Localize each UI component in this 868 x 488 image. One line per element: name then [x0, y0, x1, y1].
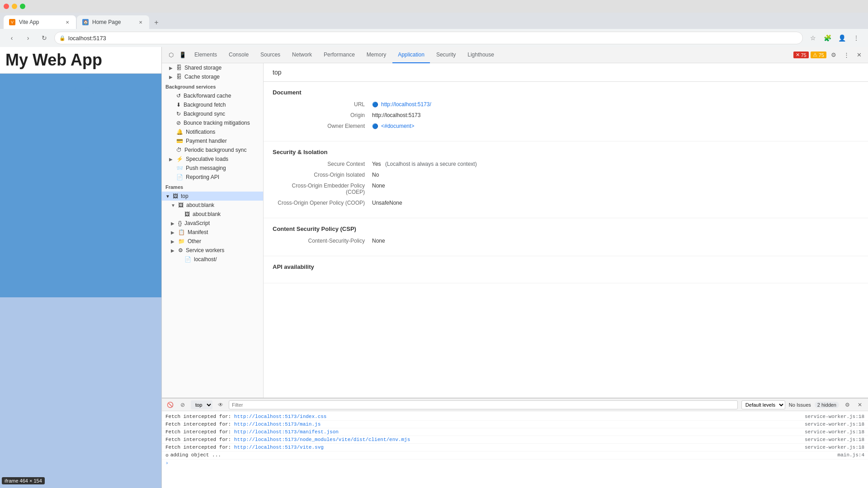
tab-performance[interactable]: Performance: [318, 47, 360, 63]
webpage-body: [0, 106, 161, 297]
tree-label-about-blank-2: about:blank: [193, 211, 221, 217]
devtools-inspect-icon[interactable]: ⬡: [165, 50, 176, 61]
tree-item-about-blank[interactable]: ▼ 🖼 about:blank: [162, 201, 263, 210]
tab-memory[interactable]: Memory: [361, 47, 392, 63]
section-security: Security & Isolation Secure Context Yes …: [264, 141, 868, 218]
error-count-badge: ✕ 75: [793, 52, 809, 58]
tree-label-top: top: [181, 193, 189, 199]
maximize-button[interactable]: [20, 4, 25, 9]
console-clear-btn[interactable]: 🚫: [165, 400, 175, 409]
tree-item-back-forward-cache[interactable]: ↺ Back/forward cache: [162, 91, 263, 100]
tree-item-periodic-bg-sync[interactable]: ⏱ Periodic background sync: [162, 145, 263, 155]
tree-item-top[interactable]: ▼ 🖼 top: [162, 192, 263, 201]
console-msg-0: Fetch intercepted for: http://localhost:…: [165, 414, 799, 419]
console-settings-btn[interactable]: ⚙: [843, 400, 852, 409]
console-source-5: main.js:4: [801, 452, 864, 458]
tree-label-notifications: Notifications: [186, 129, 215, 135]
console-filter-icon-btn[interactable]: ⊘: [178, 400, 187, 409]
tab-elements[interactable]: Elements: [189, 47, 222, 63]
title-bar: [0, 0, 868, 13]
tab-security[interactable]: Security: [431, 47, 461, 63]
bookmark-button[interactable]: ☆: [807, 32, 819, 44]
minimize-button[interactable]: [12, 4, 17, 9]
close-button[interactable]: [4, 4, 9, 9]
menu-button[interactable]: ⋮: [850, 32, 863, 44]
tree-item-localhost[interactable]: 📄 localhost/: [162, 255, 263, 264]
forward-button[interactable]: ›: [22, 32, 34, 44]
console-link-0[interactable]: http://localhost:5173/index.css: [234, 414, 327, 419]
devtools-device-icon[interactable]: 📱: [177, 50, 188, 61]
tree-label-bg-fetch: Background fetch: [184, 102, 226, 108]
bounce-icon: ⊘: [176, 120, 181, 126]
new-tab-button[interactable]: +: [150, 16, 163, 29]
tree-item-manifest[interactable]: ▶ 📋 Manifest: [162, 228, 263, 237]
console-eye-btn[interactable]: 👁: [216, 400, 225, 409]
devtools-more-icon[interactable]: ⋮: [841, 50, 852, 61]
tab-application[interactable]: Application: [392, 47, 430, 63]
console-row-2: Fetch intercepted for: http://localhost:…: [162, 428, 868, 436]
tree-item-javascript[interactable]: ▶ {} JavaScript: [162, 219, 263, 228]
tree-item-bg-fetch[interactable]: ⬇ Background fetch: [162, 100, 263, 109]
tree-item-other[interactable]: ▶ 📁 Other: [162, 237, 263, 246]
tree-item-push-messaging[interactable]: 📨 Push messaging: [162, 164, 263, 173]
tab-console[interactable]: Console: [223, 47, 254, 63]
console-link-2[interactable]: http://localhost:5173/manifest.json: [234, 429, 339, 435]
console-context-select[interactable]: top: [191, 400, 212, 409]
console-link-1[interactable]: http://localhost:5173/main.js: [234, 422, 321, 427]
owner-link[interactable]: <#document>: [381, 123, 414, 129]
bg-sync-icon: ↻: [176, 111, 181, 117]
tree-item-about-blank-2[interactable]: 🖼 about:blank: [162, 210, 263, 219]
tree-item-bounce-tracking[interactable]: ⊘ Bounce tracking mitigations: [162, 118, 263, 127]
url-link[interactable]: http://localhost:5173/: [381, 101, 431, 108]
tab-vite-app[interactable]: V Vite App ✕: [4, 15, 76, 29]
devtools-split: ▶ 🗄 Shared storage ▶ 🗄 Cache storage Bac…: [162, 63, 868, 488]
tree-item-service-workers[interactable]: ▶ ⚙ Service workers: [162, 246, 263, 255]
tab-close-vite[interactable]: ✕: [64, 19, 71, 25]
devtools-close-icon[interactable]: ✕: [854, 50, 864, 61]
property-cross-origin-isolated: Cross-Origin Isolated No: [273, 172, 859, 178]
tab-label-vite: Vite App: [19, 19, 61, 25]
tree-item-speculative-loads[interactable]: ▶ ⚡ Speculative loads: [162, 155, 263, 164]
profile-button[interactable]: 👤: [835, 32, 848, 44]
console-row-0: Fetch intercepted for: http://localhost:…: [162, 413, 868, 421]
address-bar[interactable]: 🔒 localhost:5173: [54, 32, 803, 44]
reload-button[interactable]: ↻: [38, 32, 51, 44]
property-url: URL 🔵 http://localhost:5173/: [273, 101, 859, 108]
warning-count-badge: ⚠ 75: [811, 52, 826, 58]
bg-fetch-icon: ⬇: [176, 102, 181, 108]
tab-lighthouse[interactable]: Lighthouse: [462, 47, 500, 63]
tree-item-payment-handler[interactable]: 💳 Payment handler: [162, 136, 263, 145]
security-section-title: Security & Isolation: [273, 149, 859, 155]
webpage-title: My Web App: [5, 51, 156, 70]
secure-context-value: Yes (Localhost is always a secure contex…: [372, 161, 477, 167]
extensions-button[interactable]: 🧩: [821, 32, 834, 44]
tree-item-notifications[interactable]: 🔔 Notifications: [162, 127, 263, 136]
property-origin: Origin http://localhost:5173: [273, 112, 859, 118]
tree-label-speculative: Speculative loads: [186, 156, 228, 162]
console-link-3[interactable]: http://localhost:5173/node_modules/vite/…: [234, 437, 410, 442]
tree-item-bg-sync[interactable]: ↻ Background sync: [162, 109, 263, 118]
devtools-settings-icon[interactable]: ⚙: [828, 50, 839, 61]
console-link-4[interactable]: http://localhost:5173/vite.svg: [234, 445, 324, 450]
tab-network[interactable]: Network: [287, 47, 317, 63]
tree-item-cache-storage[interactable]: ▶ 🗄 Cache storage: [162, 72, 263, 81]
tab-sources[interactable]: Sources: [255, 47, 286, 63]
property-csp: Content-Security-Policy None: [273, 238, 859, 244]
tab-close-home[interactable]: ✕: [137, 19, 144, 25]
tab-home-page[interactable]: 🏠 Home Page ✕: [77, 15, 149, 29]
tree-item-shared-storage[interactable]: ▶ 🗄 Shared storage: [162, 63, 263, 72]
main-panel: top Document URL 🔵 http://localhost:5173…: [264, 63, 868, 398]
back-button[interactable]: ‹: [5, 32, 18, 44]
arrow-other: ▶: [171, 239, 175, 244]
devtools-tab-bar: ⬡ 📱 Elements Console Sources Network Per…: [162, 47, 868, 63]
console-panel: 🚫 ⊘ top 👁 Default levels No Issues 2 hid…: [162, 398, 868, 488]
tree-label-manifest: Manifest: [188, 229, 208, 235]
console-levels-select[interactable]: Default levels: [741, 400, 785, 409]
console-filter-input[interactable]: [229, 400, 738, 409]
tree-label-shared-storage: Shared storage: [184, 65, 222, 71]
tree-item-reporting-api[interactable]: 📄 Reporting API: [162, 173, 263, 182]
console-toolbar: 🚫 ⊘ top 👁 Default levels No Issues 2 hid…: [162, 399, 868, 411]
console-close-btn[interactable]: ✕: [855, 400, 864, 409]
tree-label-bf-cache: Back/forward cache: [184, 93, 231, 99]
section-header-bg-services: Background services: [162, 81, 263, 91]
